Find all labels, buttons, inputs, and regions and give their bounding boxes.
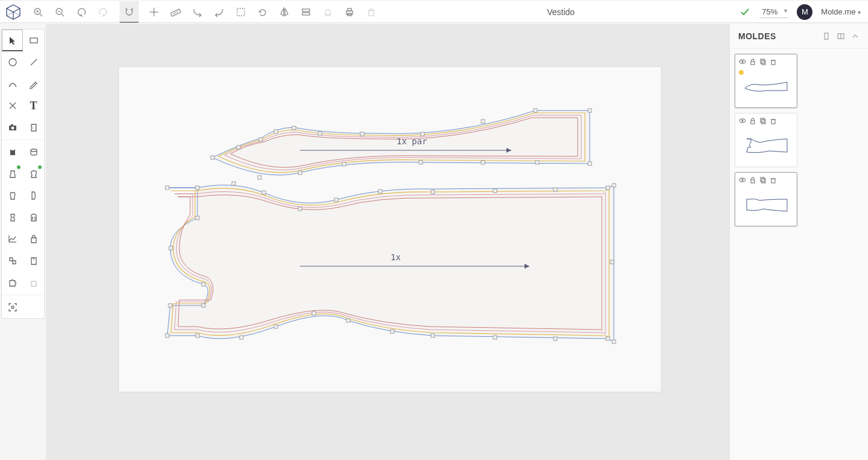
svg-rect-70 [240,336,243,339]
curve-left-icon[interactable] [191,5,204,19]
pieces-tool[interactable] [2,250,23,272]
svg-point-108 [742,179,744,181]
svg-rect-84 [431,190,435,194]
refresh-icon[interactable] [256,5,269,19]
notch-tool[interactable] [23,250,44,272]
svg-rect-41 [534,109,537,112]
svg-rect-90 [610,260,614,264]
pattern-f-tool[interactable] [23,206,44,228]
circle-tool[interactable] [2,51,23,73]
thumb-body-full[interactable] [735,172,797,226]
curve-tool[interactable] [2,73,23,95]
svg-rect-72 [312,311,316,315]
bodice-tool[interactable] [2,141,23,163]
pencil-tool[interactable] [23,73,44,95]
crosshair-icon[interactable] [147,5,161,19]
svg-line-31 [31,59,37,65]
graph-tool[interactable] [2,228,23,250]
duplicate-icon[interactable] [759,176,767,184]
thumb-sleeve[interactable] [735,54,797,108]
svg-rect-76 [493,336,497,339]
svg-line-18 [176,11,177,12]
curve-right-icon[interactable] [212,5,226,19]
zoom-dropdown[interactable]: 75% [759,6,788,18]
sleeve-pattern[interactable]: 1x par [211,109,592,179]
svg-rect-78 [606,337,610,340]
text-tool[interactable]: T [23,95,44,117]
marquee-icon[interactable] [234,5,247,19]
zoom-in-icon[interactable] [31,5,45,19]
lock-icon[interactable] [749,117,756,124]
pattern-a-tool[interactable] [2,163,23,185]
svg-rect-29 [30,38,37,43]
duplicate-icon[interactable] [759,117,767,124]
svg-rect-48 [292,126,296,130]
panel-pieces-icon[interactable] [837,32,845,40]
canvas[interactable]: 1x par [46,24,729,460]
svg-rect-42 [588,109,592,112]
pattern-b-tool[interactable] [23,163,44,185]
svg-rect-87 [298,207,302,211]
zoom-out-icon[interactable] [53,5,66,19]
pattern-e-tool[interactable] [2,206,23,228]
panel-pattern-icon[interactable] [822,32,831,40]
svg-rect-81 [606,186,610,190]
export-tool[interactable] [23,272,44,293]
pattern-drawing[interactable]: 1x par [119,67,662,393]
svg-rect-110 [761,177,764,182]
lock-icon[interactable] [749,176,756,184]
print-icon[interactable] [343,5,356,19]
camera-tool[interactable] [2,117,23,138]
visibility-icon[interactable] [739,58,746,65]
svg-line-16 [173,13,174,14]
mirror-icon[interactable] [278,5,291,19]
top-toolbar: Vestido 75% M Molde.me ▾ [0,1,868,23]
app-logo[interactable] [5,4,22,21]
magnet-icon[interactable] [120,1,139,23]
svg-rect-98 [771,60,775,65]
line-tool[interactable] [23,51,44,73]
svg-rect-82 [554,188,557,191]
focus-tool[interactable] [2,296,23,318]
svg-rect-86 [334,198,338,202]
pattern-c-tool[interactable] [2,185,23,206]
svg-rect-104 [762,120,765,124]
svg-rect-67 [168,304,172,307]
trash-icon[interactable] [770,58,777,65]
cylinder-tool[interactable] [23,141,44,163]
body-pattern[interactable]: 1x [165,182,616,343]
pattern-d-tool[interactable] [23,185,44,206]
svg-rect-53 [258,176,261,179]
delete-tool[interactable] [2,95,23,117]
trash-icon[interactable] [770,176,777,184]
duplicate-icon[interactable] [759,58,767,65]
puzzle-tool[interactable] [2,272,23,293]
thumbnails [730,49,868,231]
bag-tool[interactable] [23,228,44,250]
undo-icon[interactable] [75,5,88,19]
layers-icon[interactable] [299,5,313,19]
rectangle-tool[interactable] [23,30,44,51]
user-menu[interactable]: Molde.me ▾ [821,7,861,16]
visibility-icon[interactable] [739,117,746,124]
svg-rect-47 [318,132,322,135]
lock-icon[interactable] [749,58,756,65]
user-avatar[interactable]: M [797,4,812,20]
status-dot [739,70,744,75]
svg-rect-71 [274,325,278,328]
svg-rect-111 [762,179,765,183]
panel-collapse-icon[interactable] [851,32,860,40]
thumb-body-half[interactable] [735,113,797,167]
ghost-icon[interactable] [321,5,334,19]
artboard[interactable]: 1x par [118,66,662,392]
trash-icon[interactable] [365,5,378,19]
redo-icon[interactable] [97,5,110,19]
select-tool[interactable] [2,30,23,51]
pattern-outline-tool[interactable] [23,117,44,138]
trash-icon[interactable] [770,117,777,124]
visibility-icon[interactable] [739,176,746,184]
svg-line-2 [7,12,13,16]
svg-rect-88 [262,191,266,194]
ruler-icon[interactable] [169,5,182,19]
svg-rect-74 [391,330,394,333]
